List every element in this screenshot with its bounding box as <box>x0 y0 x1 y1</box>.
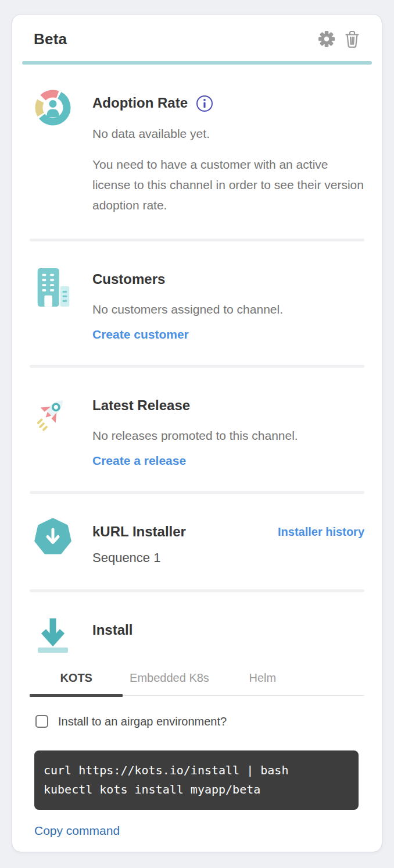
channel-title: Beta <box>34 30 67 48</box>
customers-section: Customers No customers assigned to chann… <box>30 241 364 365</box>
copy-command-link[interactable]: Copy command <box>34 824 120 838</box>
install-section: Install <box>30 592 364 654</box>
adoption-rate-info-button[interactable] <box>196 95 213 112</box>
info-icon <box>196 95 213 112</box>
airgap-option-row: Install to an airgap environment? <box>30 714 364 728</box>
airgap-checkbox-label[interactable]: Install to an airgap environment? <box>58 714 227 728</box>
release-empty-text: No releases promoted to this channel. <box>92 427 364 444</box>
install-command-line-2: kubectl kots install myapp/beta <box>44 780 349 799</box>
tab-kots[interactable]: KOTS <box>30 668 123 695</box>
tab-helm[interactable]: Helm <box>216 668 309 695</box>
channel-delete-button[interactable] <box>344 30 360 48</box>
download-arrow-icon <box>35 617 70 654</box>
channel-settings-button[interactable] <box>318 30 335 48</box>
create-release-link[interactable]: Create a release <box>92 454 186 468</box>
kurl-sequence-label: Sequence 1 <box>92 550 364 566</box>
channel-card: Beta <box>12 14 382 852</box>
create-customer-link[interactable]: Create customer <box>92 328 189 341</box>
adoption-rate-section: Adoption Rate No data available yet. You… <box>30 65 364 239</box>
install-title: Install <box>92 621 364 639</box>
customers-empty-text: No customers assigned to channel. <box>92 301 364 318</box>
latest-release-title: Latest Release <box>92 397 364 414</box>
buildings-icon <box>34 266 71 311</box>
trash-icon <box>344 30 360 48</box>
adoption-rate-title: Adoption Rate <box>92 94 188 112</box>
adoption-empty-title: No data available yet. <box>92 125 364 143</box>
airgap-checkbox[interactable] <box>35 715 48 728</box>
adoption-donut-user-icon <box>34 89 71 126</box>
install-command-block: curl https://kots.io/install | bash kube… <box>34 750 359 810</box>
page: { "header": { "title": "Beta" }, "sectio… <box>0 0 394 868</box>
heptagon-download-icon <box>34 518 71 556</box>
installer-history-link[interactable]: Installer history <box>278 525 364 539</box>
install-tabs: KOTS Embedded K8s Helm <box>30 668 364 696</box>
channel-header-actions <box>318 30 360 48</box>
channel-card-header: Beta <box>12 15 382 48</box>
latest-release-section: Latest Release No releases promoted to t… <box>30 368 364 491</box>
kurl-installer-title: kURL Installer <box>92 523 186 540</box>
kurl-installer-section: kURL Installer Installer history Sequenc… <box>30 494 364 589</box>
adoption-empty-body: You need to have a customer with an acti… <box>92 154 364 215</box>
gear-icon <box>318 30 335 48</box>
customers-title: Customers <box>92 271 364 288</box>
rocket-icon <box>34 392 71 436</box>
install-command-line-1: curl https://kots.io/install | bash <box>44 761 349 780</box>
tab-embedded-k8s[interactable]: Embedded K8s <box>123 668 216 695</box>
